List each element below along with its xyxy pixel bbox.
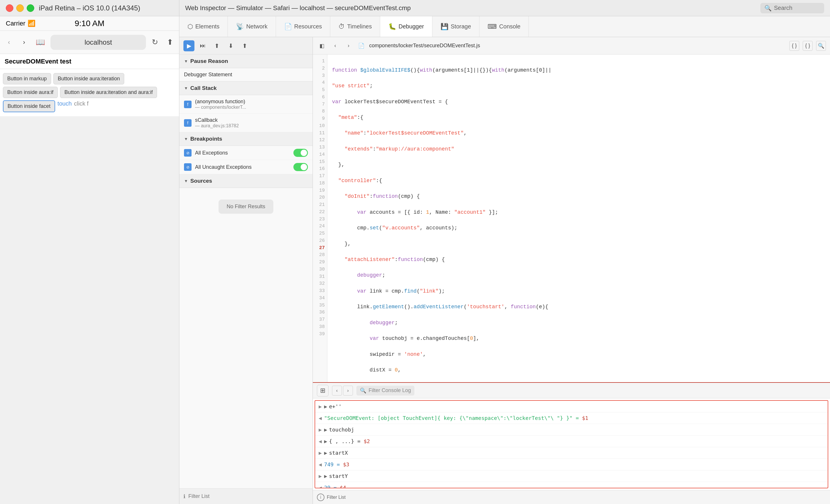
inspector-title: Web Inspector — Simulator — Safari — loc… (185, 4, 411, 12)
pause-reason-header[interactable]: ▼ Pause Reason (179, 55, 313, 68)
console-entry-0[interactable]: ▶ ▶ e+'' (315, 401, 828, 412)
sources-chevron: ▼ (184, 179, 188, 183)
console-entry-5[interactable]: ◀ 749 = $3 (315, 459, 828, 470)
code-toolbar: ◧ ‹ › 📄 components/lockerTest/secureDOME… (313, 37, 830, 55)
tab-console[interactable]: ⌨ Console (479, 16, 529, 37)
search-code-button[interactable]: 🔍 (816, 41, 826, 51)
simulator-panel: iPad Retina – iOS 10.0 (14A345) Carrier … (0, 0, 179, 504)
bp-toggle-1[interactable] (293, 163, 308, 171)
code-back-button[interactable]: ‹ (330, 41, 340, 51)
button-inside-aura-iteration-and-if[interactable]: Button inside aura:iteration and aura:if (60, 87, 157, 98)
console-next-button[interactable]: › (343, 386, 353, 396)
bookmark-button[interactable]: 📖 (33, 35, 47, 49)
execute-button[interactable]: ⊞ (317, 385, 328, 396)
step-out-button[interactable]: ⬇ (225, 40, 236, 51)
share-button[interactable]: ⬆ (164, 36, 176, 48)
info-bar: i Filter List (313, 490, 830, 504)
bp-icon-1: ⊘ (184, 163, 192, 171)
bp-label-0: All Exceptions (195, 150, 290, 156)
console-entry-6[interactable]: ▶ ▶ startY (315, 470, 828, 482)
entry-content-4: startX (329, 449, 824, 457)
tab-storage[interactable]: 💾 Storage (433, 16, 479, 37)
play-button[interactable]: ▶ (183, 40, 194, 51)
console-entry-4[interactable]: ▶ ▶ startX (315, 447, 828, 459)
console-entry-1[interactable]: ◀ "SecureDOMEvent: [object TouchEvent]{ … (315, 412, 828, 424)
back-button[interactable]: ‹ (3, 36, 15, 48)
pause-reason-value: Debugger Statement (184, 72, 308, 78)
bp-icon-0: ⊘ (184, 149, 192, 157)
console-icon: ⌨ (487, 23, 497, 30)
breakpoints-header[interactable]: ▼ Breakpoints (179, 132, 313, 146)
inspector-search-bar[interactable]: 🔍 Search (760, 3, 824, 13)
call-stack-item-0[interactable]: f (anonymous function) — components/lock… (179, 95, 313, 114)
sidebar-toggle-button[interactable]: ◧ (317, 41, 327, 51)
pretty-print-button[interactable]: { } (803, 41, 812, 51)
entry-content-3: { , ...} = $2 (329, 437, 824, 445)
expand-icon-6[interactable]: ▶ (324, 472, 327, 480)
minimize-window-button[interactable] (16, 4, 24, 12)
search-label: Search (774, 5, 792, 11)
expand-icon-3[interactable]: ▶ (324, 437, 327, 445)
tab-elements[interactable]: ⬡ Elements (179, 16, 228, 37)
button-inside-aura-if[interactable]: Button inside aura:if (3, 87, 58, 98)
console-toolbar: ⊞ ‹ › 🔍 Filter Console Log (313, 383, 830, 398)
tab-timelines[interactable]: ⏱ Timelines (330, 16, 380, 37)
console-content[interactable]: ▶ ▶ e+'' ◀ "SecureDOMEvent: [object Touc… (315, 400, 828, 488)
touch-label: touch (58, 100, 72, 112)
entry-arrow-3: ◀ (319, 437, 322, 445)
step-into-button[interactable]: ⬆ (211, 40, 222, 51)
tab-resources-label: Resources (294, 23, 322, 30)
close-window-button[interactable] (6, 4, 13, 12)
storage-icon: 💾 (441, 23, 448, 30)
tab-network[interactable]: 📡 Network (228, 16, 276, 37)
console-entry-7[interactable]: ◀ 29 = $4 (315, 482, 828, 488)
info-label: Filter List (327, 495, 346, 500)
browser-toolbar: ‹ › 📖 localhost ↻ ⬆ (0, 31, 179, 54)
carrier-info: Carrier 📶 (6, 20, 35, 27)
url-bar[interactable]: localhost (51, 35, 146, 50)
call-stack-header[interactable]: ▼ Call Stack (179, 81, 313, 95)
filter-list-input[interactable] (188, 493, 309, 499)
maximize-window-button[interactable] (27, 4, 34, 12)
format-button[interactable]: { } (789, 41, 799, 51)
tab-debugger-label: Debugger (398, 23, 424, 30)
code-editor[interactable]: 1 2 3 4 5 6 7 8 9 10 11 12 13 14 15 16 1 (313, 55, 830, 382)
step-over-button[interactable]: ⏭ (197, 40, 209, 51)
reload-button[interactable]: ↻ (149, 36, 161, 48)
console-nav-btns: ‹ › (332, 386, 353, 396)
entry-content-7: 29 = $4 (324, 484, 824, 488)
expand-icon-0[interactable]: ▶ (324, 403, 327, 410)
entry-arrow-1: ◀ (319, 414, 322, 422)
continue-button[interactable]: ⬆ (239, 40, 250, 51)
button-inside-aura-iteration[interactable]: Button inside aura:iteration (54, 73, 124, 85)
timelines-icon: ⏱ (339, 23, 345, 30)
tab-debugger[interactable]: 🐛 Debugger (380, 16, 433, 37)
code-content: function $globalEvalIIFE$(){with(argumen… (327, 55, 830, 382)
inspector-content: ▶ ⏭ ⬆ ⬇ ⬆ ▼ Pause Reason Debugger Statem… (179, 37, 830, 504)
expand-icon-2[interactable]: ▶ (324, 426, 327, 434)
elements-icon: ⬡ (188, 23, 193, 30)
file-icon: 📄 (358, 43, 364, 49)
button-inside-facet[interactable]: Button inside facet (3, 100, 55, 112)
forward-button[interactable]: › (18, 36, 30, 48)
console-prev-button[interactable]: ‹ (332, 386, 342, 396)
expand-icon-4[interactable]: ▶ (324, 449, 327, 457)
button-in-markup[interactable]: Button in markup (3, 73, 51, 85)
code-forward-button[interactable]: › (344, 41, 353, 51)
tab-storage-label: Storage (451, 23, 471, 30)
status-time: 9:10 AM (74, 19, 104, 28)
bp-toggle-0[interactable] (293, 149, 308, 157)
console-entry-3[interactable]: ◀ ▶ { , ...} = $2 (315, 436, 828, 447)
call-stack-item-1[interactable]: f sCallback — aura_dev.js:18782 (179, 114, 313, 132)
entry-content-6: startY (329, 472, 824, 480)
search-icon: 🔍 (764, 5, 772, 11)
entry-content-0: e+'' (329, 403, 824, 410)
tab-resources[interactable]: 📄 Resources (276, 16, 330, 37)
sources-header[interactable]: ▼ Sources (179, 174, 313, 188)
entry-arrow-6: ▶ (319, 472, 322, 480)
inspector-panel: Web Inspector — Simulator — Safari — loc… (179, 0, 830, 504)
console-filter-placeholder: Filter Console Log (369, 388, 411, 394)
pause-reason-chevron: ▼ (184, 59, 188, 64)
console-entry-2[interactable]: ▶ ▶ touchobj (315, 424, 828, 436)
console-filter-input[interactable]: 🔍 Filter Console Log (356, 386, 414, 396)
